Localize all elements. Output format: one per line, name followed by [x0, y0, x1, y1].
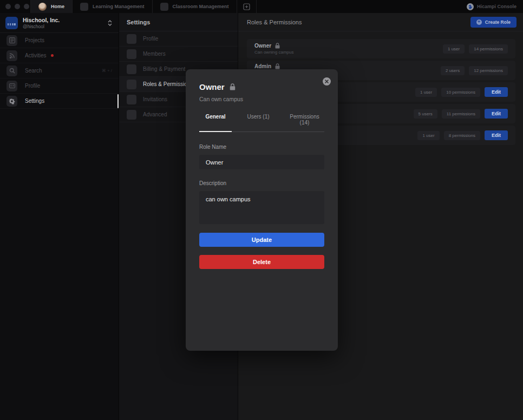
tab-home-label: Home: [51, 4, 64, 9]
chevron-up-icon: [108, 20, 112, 23]
main-header: Roles & Permissions + Create Role: [238, 13, 523, 31]
edit-role-modal: Owner Can own campus General Users (1) P…: [186, 69, 338, 351]
tab-general[interactable]: General: [199, 114, 232, 132]
permissions-count-badge: 14 permissions: [469, 44, 508, 54]
sidebar-item-label: Search: [25, 68, 42, 74]
gear-icon: [6, 96, 17, 107]
page-title: Roles & Permissions: [247, 19, 302, 25]
update-button[interactable]: Update: [199, 233, 324, 247]
settings-item-label: Advanced: [143, 111, 167, 117]
org-switcher[interactable]: Hischool, Inc. @hischool: [0, 13, 119, 33]
modal-tabs: General Users (1) Permissions (14): [199, 114, 324, 132]
role-description: Can owning campus: [254, 50, 293, 55]
window-control-dot[interactable]: [5, 4, 11, 9]
settings-item-members[interactable]: Members: [119, 47, 238, 62]
tab-classroom-management[interactable]: Classroom Management: [153, 0, 237, 13]
users-count-badge: 1 user: [417, 131, 439, 140]
search-shortcut-hint: ⌘ + /: [102, 68, 112, 73]
sidebar-item-projects[interactable]: Projects: [0, 33, 119, 48]
settings-item-label: Invitations: [143, 96, 167, 102]
sidebar-item-profile[interactable]: Profile: [0, 78, 119, 94]
settings-item-label: Billing & Payment: [143, 66, 185, 72]
users-count-badge: 1 user: [415, 88, 437, 97]
settings-item-label: Profile: [143, 36, 158, 42]
sidebar-item-activities[interactable]: Activities: [0, 48, 119, 63]
role-name-label: Role Name: [199, 144, 324, 150]
new-tab-button[interactable]: [237, 0, 257, 13]
tab-learning-management[interactable]: Learning Management: [73, 0, 153, 13]
placeholder-icon: [127, 49, 136, 59]
placeholder-icon: [127, 110, 136, 120]
users-count-badge: 1 user: [443, 44, 465, 54]
role-row-owner[interactable]: Owner Can owning campus 1 user 14 permis…: [247, 39, 515, 58]
window-control-dot[interactable]: [24, 4, 29, 9]
console-brand: Hicampi Console: [467, 0, 523, 13]
delete-button[interactable]: Delete: [199, 255, 324, 269]
create-role-label: Create Role: [485, 19, 511, 25]
projects-icon: [6, 35, 17, 46]
edit-role-button[interactable]: Edit: [485, 130, 508, 140]
sidebar-item-search[interactable]: Search ⌘ + /: [0, 63, 119, 78]
sidebar-item-label: Projects: [25, 37, 44, 43]
permissions-count-badge: 8 permissions: [444, 131, 480, 140]
role-name: Owner: [254, 43, 271, 49]
placeholder-icon: [127, 34, 136, 44]
app-window: Home Learning Management Classroom Manag…: [0, 0, 523, 420]
modal-title: Owner: [199, 82, 225, 91]
plus-circle-icon: +: [476, 19, 482, 25]
active-item-indicator: [117, 94, 119, 108]
top-bar: Home Learning Management Classroom Manag…: [0, 0, 523, 13]
plus-square-icon: [243, 3, 250, 10]
search-icon: [6, 65, 17, 76]
hand-logo-icon: [467, 3, 474, 10]
sidebar-item-label: Profile: [25, 83, 40, 89]
sidebar-item-label: Settings: [25, 98, 44, 104]
org-switcher-chevrons[interactable]: [108, 20, 113, 26]
lock-icon: [275, 63, 280, 69]
org-handle: @hischool: [23, 24, 108, 29]
permissions-count-badge: 10 permissions: [441, 88, 480, 97]
settings-item-label: Members: [143, 51, 166, 57]
activities-rss-icon: [6, 50, 17, 61]
role-name: Admin: [254, 63, 271, 69]
description-label: Description: [199, 180, 324, 186]
create-role-button[interactable]: + Create Role: [470, 17, 517, 28]
tab-classroom-management-label: Classroom Management: [173, 4, 229, 9]
settings-item-profile[interactable]: Profile: [119, 31, 238, 47]
user-avatar: [38, 3, 47, 11]
tab-permissions[interactable]: Permissions (14): [285, 114, 324, 132]
users-count-badge: 2 users: [441, 66, 465, 75]
tab-home[interactable]: Home: [30, 0, 73, 13]
edit-role-button[interactable]: Edit: [485, 87, 508, 97]
role-name-input[interactable]: [199, 155, 324, 169]
app-tile-icon: [160, 3, 168, 11]
users-count-badge: 5 users: [414, 109, 437, 119]
window-controls[interactable]: [0, 0, 30, 13]
permissions-count-badge: 11 permissions: [442, 109, 480, 119]
placeholder-icon: [127, 95, 136, 104]
lock-icon: [275, 43, 280, 49]
console-label: Hicampi Console: [477, 4, 517, 9]
edit-role-button[interactable]: Edit: [485, 109, 508, 119]
tab-learning-management-label: Learning Management: [93, 4, 145, 9]
chevron-down-icon: [108, 23, 112, 26]
org-name: Hischool, Inc.: [23, 17, 108, 23]
placeholder-icon: [127, 80, 136, 89]
settings-panel-title: Settings: [119, 13, 238, 31]
profile-card-icon: [6, 81, 17, 91]
notification-dot: [51, 54, 54, 57]
sidebar-item-label: Activities: [25, 52, 46, 58]
org-logo: [5, 17, 18, 29]
lock-icon: [230, 83, 236, 90]
description-textarea[interactable]: can own campus: [199, 191, 324, 224]
window-control-dot[interactable]: [15, 4, 20, 9]
app-tile-icon: [80, 3, 88, 11]
org-sidebar: Hischool, Inc. @hischool Projects Act: [0, 13, 119, 420]
close-icon[interactable]: [323, 77, 331, 86]
placeholder-icon: [127, 64, 136, 74]
modal-subtitle: Can own campus: [199, 96, 324, 102]
sidebar-item-settings[interactable]: Settings: [0, 94, 119, 109]
permissions-count-badge: 12 permissions: [469, 66, 508, 75]
tab-users[interactable]: Users (1): [232, 114, 285, 132]
